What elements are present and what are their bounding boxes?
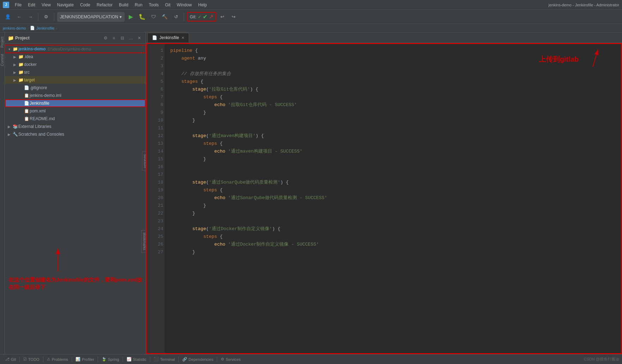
- tree-item-iml[interactable]: 📋 jenkins-demo.iml: [5, 92, 146, 99]
- debug-button[interactable]: 🐛: [137, 12, 147, 22]
- status-todo[interactable]: ☑ TODO: [21, 354, 42, 364]
- project-tab[interactable]: Project: [0, 34, 5, 50]
- code-token: [170, 101, 214, 109]
- menu-build[interactable]: Build: [116, 2, 131, 8]
- tree-item-idea[interactable]: ▶ 📁 .idea: [5, 53, 146, 61]
- code-token: [225, 194, 228, 202]
- run-config-label: JENKINSDEMOAPPLICATION: [60, 14, 118, 19]
- status-todo-label: TODO: [28, 357, 39, 362]
- menu-navigate[interactable]: Navigate: [54, 2, 77, 8]
- root-arrow: ▾: [6, 47, 12, 51]
- breadcrumb-project[interactable]: jenkins-demo: [3, 26, 26, 30]
- git-icon: ⎇: [5, 357, 10, 362]
- toolbar-back-btn[interactable]: ←: [14, 12, 24, 22]
- editor-tab-jenkinsfile[interactable]: 📄 Jenkinsfile ✕: [147, 33, 189, 43]
- refresh-button[interactable]: ↺: [171, 12, 181, 22]
- menu-window[interactable]: Window: [174, 2, 195, 8]
- code-token: '通过Docker制作自定义镜像': [209, 225, 272, 233]
- line-number: 15: [150, 155, 163, 163]
- sidebar-options-btn[interactable]: …: [127, 35, 134, 42]
- toolbar-undo-btn[interactable]: ↩: [218, 12, 227, 22]
- sidebar-collapse-btn[interactable]: ⊟: [119, 35, 126, 42]
- code-token: [170, 78, 181, 86]
- menu-run[interactable]: Run: [132, 2, 145, 8]
- tree-item-scratches[interactable]: ▶ 🔧 Scratches and Consoles: [5, 130, 146, 138]
- status-terminal[interactable]: ⬛ Terminal: [152, 354, 177, 364]
- line-number: 5: [150, 78, 163, 86]
- tree-item-src[interactable]: ▶ 📁 src: [5, 68, 146, 76]
- code-token: {: [217, 140, 223, 148]
- git-commit-button[interactable]: ✔: [203, 13, 207, 20]
- src-name: src: [24, 70, 30, 75]
- menu-help[interactable]: Help: [195, 2, 210, 8]
- code-token: echo: [214, 241, 225, 248]
- line-number: 20: [150, 194, 163, 202]
- menu-git[interactable]: Git: [162, 2, 173, 8]
- line-number: 12: [150, 132, 163, 140]
- code-token: }: [170, 202, 206, 210]
- tree-item-gitignore[interactable]: 📄 .gitignore: [5, 84, 146, 92]
- run-configuration[interactable]: JENKINSDEMOAPPLICATION ▾: [57, 12, 124, 22]
- menu-view[interactable]: View: [39, 2, 54, 8]
- code-line: echo '通过SonarQube做代码质量检测 - SUCCESS': [170, 194, 621, 202]
- menu-tools[interactable]: Tools: [146, 2, 161, 8]
- tree-item-pom[interactable]: 📋 pom.xml: [5, 107, 146, 115]
- code-line: steps {: [170, 93, 621, 101]
- docker-icon: 📁: [18, 61, 24, 68]
- status-problems[interactable]: ⚠ Problems: [45, 354, 70, 364]
- window-title: jenkins-demo - Jenkinsfile - Administrat…: [548, 3, 619, 7]
- toolbar-user-btn[interactable]: 👤: [3, 12, 13, 22]
- menubar: J File Edit View Navigate Code Refactor …: [0, 0, 622, 10]
- code-token: [170, 55, 181, 62]
- left-panel-tabs: Project Commit: [0, 32, 5, 354]
- tree-item-docker[interactable]: ▶ 📁 docker: [5, 61, 146, 68]
- status-spring[interactable]: 🍃 Spring: [99, 354, 121, 364]
- structure-tab[interactable]: Structure: [142, 152, 146, 171]
- build-button[interactable]: 🔨: [160, 12, 170, 22]
- status-services[interactable]: ⚙ Services: [219, 354, 243, 364]
- tree-item-readme[interactable]: 📋 README.md: [5, 115, 146, 123]
- run-button[interactable]: ▶: [126, 12, 136, 22]
- commit-tab[interactable]: Commit: [0, 51, 5, 69]
- line-number: 27: [150, 248, 163, 256]
- status-statistic[interactable]: 📈 Statistic: [124, 354, 149, 364]
- tree-item-jenkinsfile[interactable]: 📄 Jenkinsfile: [5, 99, 146, 107]
- sidebar-sort-btn[interactable]: ≡: [110, 35, 117, 42]
- code-line: echo '通过maven构建项目 - SUCCESS': [170, 148, 621, 155]
- toolbar-settings-btn[interactable]: ⚙: [41, 12, 51, 22]
- editor-tabs: 📄 Jenkinsfile ✕: [146, 32, 622, 43]
- docker-arrow: ▶: [12, 63, 18, 67]
- code-token: '通过maven构建项目 - SUCCESS': [228, 148, 303, 155]
- line-number: 16: [150, 163, 163, 171]
- line-number: 21: [150, 202, 163, 210]
- tab-close-btn[interactable]: ✕: [181, 36, 184, 40]
- status-profiler[interactable]: 📊 Profiler: [73, 354, 96, 364]
- iml-icon: 📋: [23, 92, 30, 99]
- toolbar-forward-btn[interactable]: →: [25, 12, 35, 22]
- todo-icon: ☑: [23, 357, 27, 362]
- tree-item-root[interactable]: ▾ 📁 jenkins-demo D:\ideaDev\jenkins-demo: [5, 45, 146, 53]
- status-dependencies[interactable]: 🔗 Dependencies: [180, 354, 215, 364]
- code-area[interactable]: pipeline { agent any // 存放所有任务的集合 stages…: [165, 44, 621, 353]
- menu-code[interactable]: Code: [77, 2, 93, 8]
- status-git[interactable]: ⎇ Git: [3, 354, 18, 364]
- git-push-button[interactable]: ↗: [209, 13, 213, 20]
- breadcrumb-file[interactable]: Jenkinsfile: [36, 26, 54, 30]
- code-token: [170, 241, 214, 248]
- code-line: echo '通过Docker制作自定义镜像 - SUCCESS': [170, 241, 621, 248]
- code-token: agent: [181, 55, 195, 62]
- tree-item-ext-libs[interactable]: ▶ 📚 External Libraries: [5, 123, 146, 130]
- tree-item-target[interactable]: ▶ 📁 target: [5, 76, 146, 84]
- sidebar-close-btn[interactable]: ✕: [136, 35, 143, 42]
- coverage-button[interactable]: 🛡: [148, 12, 158, 22]
- code-token: [170, 148, 214, 155]
- scratches-name: Scratches and Consoles: [18, 132, 64, 137]
- sidebar-gear-btn[interactable]: ⚙: [102, 35, 109, 42]
- toolbar-redo-btn[interactable]: ↪: [229, 12, 239, 22]
- menu-refactor[interactable]: Refactor: [94, 2, 115, 8]
- menu-edit[interactable]: Edit: [25, 2, 38, 8]
- code-token: '通过Docker制作自定义镜像 - SUCCESS': [228, 241, 319, 248]
- code-token: echo: [214, 194, 225, 202]
- menu-file[interactable]: File: [12, 2, 24, 8]
- bookmarks-tab[interactable]: Bookmarks: [141, 230, 146, 253]
